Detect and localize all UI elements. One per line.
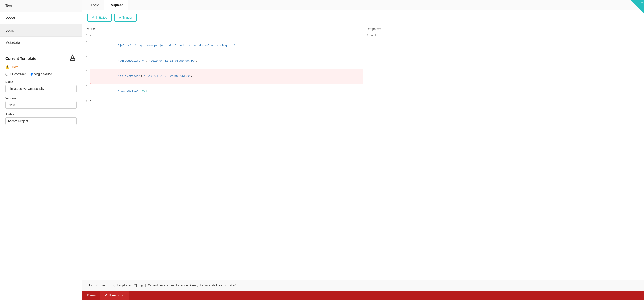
request-code-editor[interactable]: 1 { 2 "$class": "org.accordproject.minil…: [82, 32, 363, 280]
trigger-button[interactable]: ➤ Trigger: [114, 14, 137, 22]
current-template-title: Current Template: [5, 56, 36, 61]
code-line-6: 6 }: [82, 99, 363, 104]
request-panel-label: Request: [82, 25, 363, 32]
error-bar: [Error Executing Template] "[Ergo] Canno…: [82, 280, 644, 291]
current-template-section: Current Template ⚠️ Errors full con: [0, 49, 82, 133]
radio-single-clause[interactable]: single clause: [30, 72, 52, 76]
author-field-group: Author: [5, 113, 76, 125]
corner-badge-text: 0: [641, 1, 643, 4]
request-panel: Request 1 { 2 "$class": "org.accordproje…: [82, 25, 363, 280]
code-line-5: 5 "goodsValue": 200: [82, 84, 363, 99]
name-field-group: Name: [5, 80, 76, 92]
sidebar-item-model[interactable]: Model: [0, 12, 82, 25]
errors-badge: ⚠️ Errors: [5, 65, 76, 69]
name-input[interactable]: [5, 85, 76, 92]
current-template-header: Current Template: [5, 54, 76, 63]
execution-warn-icon: ⚠: [105, 293, 108, 297]
version-label: Version: [5, 96, 76, 100]
trigger-icon: ➤: [119, 16, 122, 19]
version-input[interactable]: [5, 101, 76, 109]
code-line-1: 1 {: [82, 33, 363, 38]
code-line-4: 4 "deliveredAt": "2019-04-01T03:24:00-05…: [82, 68, 363, 84]
initialize-icon: ↺: [92, 16, 94, 19]
status-errors-label: Errors: [86, 293, 96, 297]
tab-request[interactable]: Request: [104, 0, 128, 11]
initialize-button[interactable]: ↺ Initialize: [88, 14, 112, 22]
version-field-group: Version: [5, 96, 76, 109]
main-layout: Text Model Logic Metadata Current Templa…: [0, 0, 644, 300]
sidebar-item-logic[interactable]: Logic: [0, 25, 82, 37]
author-label: Author: [5, 113, 76, 116]
warning-icon: ⚠️: [5, 65, 9, 69]
code-line-3: 3 "agreedDelivery": "2019-04-01T12:00:00…: [82, 53, 363, 68]
toolbar: ↺ Initialize ➤ Trigger: [82, 11, 644, 25]
trigger-label: Trigger: [123, 16, 132, 19]
status-errors[interactable]: Errors: [86, 293, 100, 297]
radio-group: full contract single clause: [5, 72, 76, 76]
template-icon: [68, 54, 76, 63]
response-code-editor: 1 null: [363, 32, 644, 280]
name-label: Name: [5, 80, 76, 84]
tabs-bar: Logic Request ℹ: [82, 0, 644, 11]
author-input[interactable]: [5, 117, 76, 125]
errors-label: Errors: [10, 65, 18, 69]
tab-logic[interactable]: Logic: [86, 0, 104, 11]
code-line-2: 2 "$class": "org.accordproject.minilated…: [82, 38, 363, 53]
editor-area: Request 1 { 2 "$class": "org.accordproje…: [82, 25, 644, 280]
response-panel-label: Response: [363, 25, 644, 32]
response-panel: Response 1 null: [363, 25, 644, 280]
sidebar: Text Model Logic Metadata Current Templa…: [0, 0, 82, 300]
sidebar-item-text[interactable]: Text: [0, 0, 82, 12]
initialize-label: Initialize: [96, 16, 107, 19]
radio-full-contract-input[interactable]: [5, 73, 8, 76]
right-panel: Logic Request ℹ ↺ Initialize ➤ Trigger: [82, 0, 644, 300]
status-execution-label: Execution: [110, 293, 124, 297]
status-execution[interactable]: ⚠ Execution: [100, 291, 129, 300]
sidebar-item-metadata[interactable]: Metadata: [0, 37, 82, 49]
status-bar: Errors ⚠ Execution: [82, 291, 644, 300]
radio-full-contract[interactable]: full contract: [5, 72, 26, 76]
tabs-left: Logic Request: [86, 0, 128, 10]
error-message: [Error Executing Template] "[Ergo] Canno…: [88, 284, 236, 287]
response-line-1: 1 null: [363, 33, 644, 38]
radio-single-clause-input[interactable]: [30, 73, 33, 76]
